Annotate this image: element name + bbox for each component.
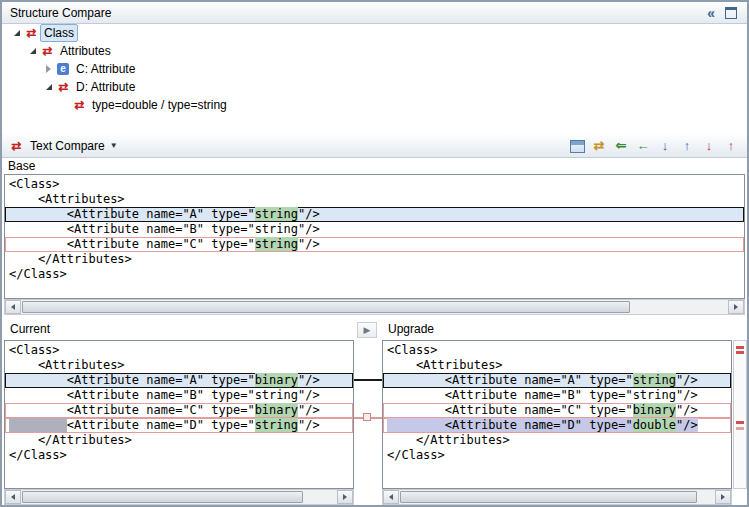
current-scroll-track[interactable]: [21, 490, 337, 504]
base-hscrollbar: [4, 299, 745, 315]
code-text: <Attribute name="D" type=": [67, 418, 255, 432]
current-pane-label: Current: [4, 321, 354, 337]
code-line[interactable]: <Class>: [383, 343, 731, 358]
code-line[interactable]: <Attribute name="D" type="double"/>: [383, 418, 731, 433]
structure-compare-title: Structure Compare: [10, 6, 111, 20]
code-text: <Attributes>: [387, 358, 503, 372]
code-line[interactable]: </Class>: [5, 267, 744, 282]
change-marker[interactable]: [736, 427, 744, 430]
current-scroll-left-button[interactable]: [5, 490, 21, 504]
code-line[interactable]: <Attribute name="B" type="string"/>: [5, 388, 353, 403]
code-text: <Attribute name="C" type=": [9, 237, 255, 251]
collapse-all-icon[interactable]: «: [707, 6, 715, 20]
code-line[interactable]: </Class>: [5, 448, 353, 463]
code-text: <Attribute name="B" type="string"/>: [387, 388, 698, 402]
tree-item-label: C: Attribute: [72, 60, 139, 78]
code-line[interactable]: </Attributes>: [5, 252, 744, 267]
dropdown-arrow-icon: ▼: [110, 141, 118, 150]
tree-item-attributes[interactable]: ⇄Attributes: [2, 42, 747, 60]
upgrade-pane-label: Upgrade: [382, 321, 732, 337]
base-scroll-track[interactable]: [21, 300, 728, 314]
center-arrow-icon[interactable]: ▶: [357, 322, 377, 338]
code-line[interactable]: <Attribute name="A" type="string"/>: [383, 373, 731, 388]
upgrade-scroll-right-button[interactable]: [715, 490, 731, 504]
upgrade-scroll-left-button[interactable]: [383, 490, 399, 504]
diff-segment: string: [633, 373, 676, 387]
tree-item-type-double-type-string[interactable]: ⇄type=double / type=string: [2, 96, 747, 114]
text-compare-mode-button[interactable]: ⇄ Text Compare ▼: [8, 139, 118, 153]
code-line[interactable]: <Class>: [5, 177, 744, 192]
overview-ruler[interactable]: [733, 340, 747, 489]
diff-segment: string: [255, 207, 298, 221]
diff-segment: string: [255, 237, 298, 251]
upgrade-hscrollbar: [382, 489, 732, 505]
previous-change-icon[interactable]: ↑: [721, 137, 741, 155]
structure-header-icons: «: [707, 6, 737, 20]
tree-item-label: Attributes: [56, 42, 115, 60]
code-line[interactable]: <Class>: [5, 343, 353, 358]
base-code-pane[interactable]: <Class> <Attributes> <Attribute name="A"…: [4, 174, 745, 299]
upgrade-code-pane[interactable]: <Class> <Attributes> <Attribute name="A"…: [382, 340, 732, 489]
code-line[interactable]: <Attribute name="C" type="binary"/>: [383, 403, 731, 418]
code-line[interactable]: <Attribute name="C" type="binary"/>: [5, 403, 353, 418]
arrow-right-icon: [721, 494, 725, 500]
code-line[interactable]: <Attribute name="B" type="string"/>: [5, 222, 744, 237]
code-line[interactable]: <Attribute name="A" type="binary"/>: [5, 373, 353, 388]
next-change-icon[interactable]: ↓: [699, 137, 719, 155]
expander-expanded-icon[interactable]: [42, 84, 55, 90]
code-line[interactable]: </Attributes>: [5, 433, 353, 448]
tree-item-class[interactable]: ⇄Class: [2, 24, 747, 42]
code-line[interactable]: <Attribute name="B" type="string"/>: [383, 388, 731, 403]
expander-collapsed-icon[interactable]: [42, 65, 55, 73]
change-marker[interactable]: [736, 421, 744, 424]
upgrade-scroll-track[interactable]: [399, 490, 715, 504]
tree-item-d-attribute[interactable]: ⇄D: Attribute: [2, 78, 747, 96]
code-text: "/>: [676, 373, 698, 387]
conflict-icon: ⇄: [55, 80, 72, 94]
change-marker[interactable]: [736, 346, 744, 349]
expander-expanded-icon[interactable]: [26, 48, 39, 54]
base-scroll-left-button[interactable]: [5, 300, 21, 314]
current-code-pane[interactable]: <Class> <Attributes> <Attribute name="A"…: [4, 340, 354, 489]
copy-current-right-to-left-icon[interactable]: ←: [633, 137, 653, 155]
code-text: <Class>: [387, 343, 438, 357]
code-text: <Attribute name="B" type="string"/>: [9, 388, 320, 402]
code-line[interactable]: </Attributes>: [383, 433, 731, 448]
tree-item-c-attribute[interactable]: eC: Attribute: [2, 60, 747, 78]
tree-item-label: type=double / type=string: [88, 96, 231, 114]
arrow-left-icon: [11, 304, 15, 310]
arrow-left-icon: [389, 494, 393, 500]
code-text: <Attribute name="C" type=": [387, 403, 633, 417]
code-line[interactable]: <Attribute name="A" type="string"/>: [5, 207, 744, 222]
restore-pane-icon[interactable]: [725, 7, 737, 19]
current-scroll-right-button[interactable]: [337, 490, 353, 504]
text-compare-title: Text Compare: [30, 139, 105, 153]
ancestor-pane-toggle-icon[interactable]: [567, 137, 587, 155]
current-scroll-thumb[interactable]: [22, 491, 303, 503]
code-text: <Attribute name="A" type=": [9, 207, 255, 221]
expander-expanded-icon[interactable]: [10, 30, 23, 36]
base-scroll-thumb[interactable]: [22, 301, 630, 313]
base-scroll-right-button[interactable]: [728, 300, 744, 314]
text-compare-header: ⇄ Text Compare ▼ ⇄⇐←↓↑↓↑: [2, 134, 747, 158]
current-hscrollbar: [4, 489, 354, 505]
merge-handle[interactable]: [363, 413, 371, 421]
code-line[interactable]: </Class>: [383, 448, 731, 463]
change-marker[interactable]: [736, 351, 744, 354]
previous-difference-icon[interactable]: ↑: [677, 137, 697, 155]
next-difference-icon[interactable]: ↓: [655, 137, 675, 155]
code-line[interactable]: <Attributes>: [383, 358, 731, 373]
code-line[interactable]: <Attribute name="C" type="string"/>: [5, 237, 744, 252]
code-text: <Attributes>: [9, 192, 125, 206]
code-text: </Attributes>: [9, 252, 132, 266]
arrow-right-icon: [343, 494, 347, 500]
diff-segment: binary: [255, 403, 298, 417]
swap-left-right-icon[interactable]: ⇄: [589, 137, 609, 155]
text-compare-toolbar: ⇄⇐←↓↑↓↑: [567, 137, 741, 155]
copy-all-right-to-left-icon[interactable]: ⇐: [611, 137, 631, 155]
code-line[interactable]: <Attributes>: [5, 192, 744, 207]
code-line[interactable]: <Attributes>: [5, 358, 353, 373]
code-line[interactable]: <Attribute name="D" type="string"/>: [5, 418, 353, 433]
code-text: <Attributes>: [9, 358, 125, 372]
upgrade-scroll-thumb[interactable]: [400, 491, 697, 503]
